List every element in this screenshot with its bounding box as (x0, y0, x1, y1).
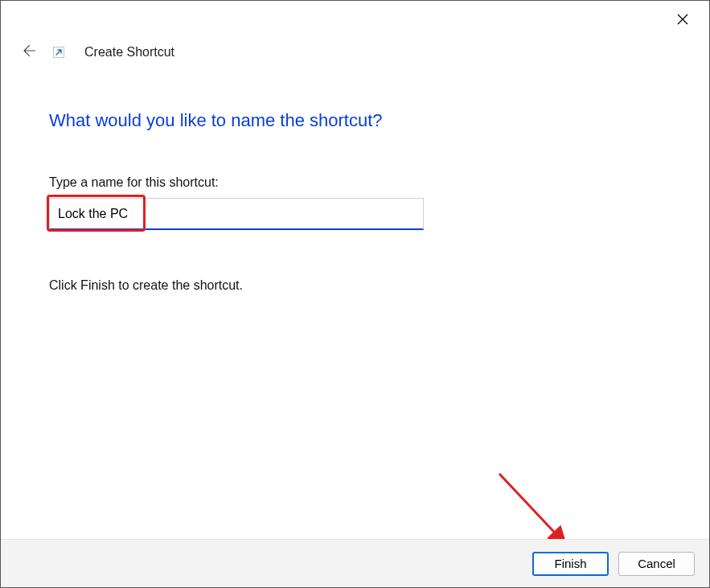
back-arrow-icon (20, 43, 36, 62)
title-bar (1, 1, 709, 33)
page-heading: What would you like to name the shortcut… (49, 110, 709, 131)
close-button[interactable] (671, 9, 695, 33)
close-icon (676, 13, 689, 29)
wizard-footer: Finish Cancel (1, 539, 709, 587)
wizard-title: Create Shortcut (84, 45, 174, 60)
name-label: Type a name for this shortcut: (49, 175, 709, 190)
name-input-wrap (49, 198, 424, 230)
svg-line-2 (499, 474, 564, 542)
back-button[interactable] (18, 43, 38, 62)
wizard-content: What would you like to name the shortcut… (1, 62, 709, 293)
shortcut-name-input[interactable] (49, 198, 424, 230)
finish-button[interactable]: Finish (532, 552, 609, 576)
wizard-header: Create Shortcut (1, 33, 709, 62)
finish-instruction: Click Finish to create the shortcut. (49, 278, 709, 293)
cancel-button[interactable]: Cancel (618, 552, 695, 576)
shortcut-overlay-icon (52, 46, 65, 59)
